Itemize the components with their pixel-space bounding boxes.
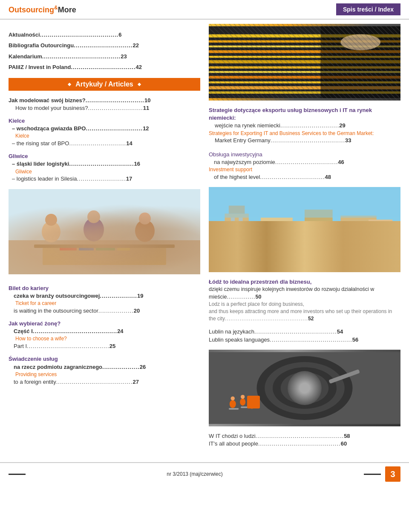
svg-rect-1 bbox=[9, 240, 200, 274]
svg-rect-24 bbox=[209, 81, 400, 83]
svg-rect-40 bbox=[239, 226, 242, 230]
svg-rect-45 bbox=[209, 190, 400, 218]
svg-rect-35 bbox=[340, 216, 376, 270]
svg-rect-14 bbox=[209, 26, 400, 98]
svg-rect-23 bbox=[209, 76, 400, 79]
svg-rect-64 bbox=[241, 406, 249, 408]
svg-rect-31 bbox=[225, 213, 249, 269]
footer-line-left bbox=[9, 474, 26, 475]
svg-rect-27 bbox=[321, 26, 401, 98]
svg-rect-13 bbox=[117, 248, 130, 250]
svg-point-53 bbox=[281, 372, 329, 404]
page-footer: nr 3/2013 (maj/czerwiec) 3 bbox=[0, 462, 409, 485]
svg-rect-43 bbox=[269, 232, 274, 236]
svg-rect-19 bbox=[209, 56, 400, 58]
svg-rect-11 bbox=[79, 248, 94, 250]
svg-rect-20 bbox=[209, 60, 400, 63]
toc-paiiz: PAIiIZ / Invest in Poland...............… bbox=[9, 62, 200, 72]
toc-bilet: Bilet do kariery czeka w branży outsourc… bbox=[9, 285, 200, 315]
svg-point-4 bbox=[42, 221, 60, 242]
svg-rect-36 bbox=[369, 219, 392, 269]
city-image bbox=[209, 187, 400, 272]
toc-gliwice: Gliwice – śląski lider logistyki........… bbox=[9, 152, 200, 183]
svg-rect-10 bbox=[60, 248, 77, 250]
svg-point-9 bbox=[139, 213, 151, 224]
svg-point-61 bbox=[249, 401, 255, 409]
svg-point-48 bbox=[371, 243, 383, 253]
svg-rect-3 bbox=[43, 248, 166, 265]
logo-and: & bbox=[54, 5, 58, 11]
svg-rect-41 bbox=[269, 221, 274, 226]
svg-rect-63 bbox=[229, 408, 239, 410]
svg-rect-25 bbox=[209, 86, 400, 89]
section-wit: W IT chodzi o ludzi.....................… bbox=[209, 432, 400, 448]
articles-list: Jak modelować swój biznes?..............… bbox=[9, 97, 200, 183]
toc-kalendarium: Kalendarium.............................… bbox=[9, 52, 200, 61]
right-column: Strategie dotyczące eksportu usług bizne… bbox=[209, 20, 400, 454]
toc-kielce: Kielce – wschodząca gwiazda BPO.........… bbox=[9, 117, 200, 147]
section-lublin: Lublin na językach......................… bbox=[209, 328, 400, 343]
svg-point-58 bbox=[231, 397, 235, 400]
footer-right: 3 bbox=[364, 466, 400, 482]
svg-rect-15 bbox=[209, 34, 400, 37]
network-image bbox=[209, 24, 400, 101]
articles-section-header: Artykuły / Articles bbox=[9, 78, 200, 91]
toc-basic-entries: Aktualności.............................… bbox=[9, 30, 200, 72]
svg-point-6 bbox=[84, 218, 104, 242]
main-content: Aktualności.............................… bbox=[0, 20, 409, 454]
svg-rect-38 bbox=[239, 218, 242, 221]
svg-point-59 bbox=[240, 398, 245, 405]
svg-rect-12 bbox=[96, 248, 115, 250]
svg-rect-26 bbox=[209, 91, 400, 94]
toc-bibliografia: Bibliografia Outourcingu................… bbox=[9, 40, 200, 50]
svg-rect-18 bbox=[209, 50, 400, 53]
section-lodz: Łódź to idealna przestrzeń dla biznesu, … bbox=[209, 278, 400, 322]
footer-line-right bbox=[364, 474, 381, 475]
bottom-articles-list: Bilet do kariery czeka w branży outsourc… bbox=[9, 285, 200, 386]
svg-point-8 bbox=[135, 220, 155, 242]
svg-point-60 bbox=[241, 395, 245, 399]
toc-jak-modelowac: Jak modelować swój biznes?..............… bbox=[9, 97, 200, 112]
svg-rect-16 bbox=[209, 40, 400, 43]
toc-swiadczenie: Świadczenie usług na rzecz podmiotu zagr… bbox=[9, 355, 200, 385]
students-image bbox=[9, 189, 200, 274]
svg-rect-33 bbox=[261, 218, 293, 270]
svg-rect-39 bbox=[231, 226, 235, 230]
svg-point-62 bbox=[250, 397, 254, 401]
svg-rect-2 bbox=[34, 244, 175, 248]
svg-rect-17 bbox=[209, 46, 400, 48]
section-strategie: Strategie dotyczące eksportu usług bizne… bbox=[209, 106, 400, 145]
toc-jak-wybierac: Jak wybierać żonę? Część I..............… bbox=[9, 320, 200, 350]
svg-rect-37 bbox=[231, 218, 235, 221]
svg-rect-22 bbox=[209, 71, 400, 73]
svg-point-5 bbox=[45, 214, 57, 226]
svg-rect-44 bbox=[279, 232, 283, 236]
hdd-image bbox=[209, 350, 400, 426]
svg-rect-42 bbox=[279, 221, 283, 226]
svg-rect-34 bbox=[305, 210, 333, 270]
svg-point-46 bbox=[285, 239, 301, 251]
svg-point-7 bbox=[87, 210, 100, 223]
svg-point-55 bbox=[299, 383, 311, 393]
section-obsluga: Obsługa inwestycyjna na najwyższym pozio… bbox=[209, 151, 400, 181]
svg-point-57 bbox=[230, 400, 236, 408]
footer-page-number: 3 bbox=[385, 466, 400, 482]
svg-point-54 bbox=[289, 377, 321, 399]
footer-issue-text: nr 3/2013 (maj/czerwiec) bbox=[167, 471, 222, 477]
svg-rect-0 bbox=[9, 189, 200, 274]
left-column: Aktualności.............................… bbox=[9, 20, 200, 454]
svg-rect-21 bbox=[209, 66, 400, 69]
svg-point-28 bbox=[340, 34, 380, 50]
svg-point-47 bbox=[325, 242, 340, 253]
logo: Outsourcing&More bbox=[9, 5, 76, 14]
logo-more: More bbox=[58, 6, 76, 14]
page-header: Outsourcing&More Spis treści / Index bbox=[0, 0, 409, 20]
svg-rect-30 bbox=[209, 230, 400, 270]
page-title: Spis treści / Index bbox=[336, 3, 400, 15]
logo-outsourcing: Outsourcing bbox=[9, 6, 54, 14]
toc-aktualnosci: Aktualności.............................… bbox=[9, 30, 200, 39]
